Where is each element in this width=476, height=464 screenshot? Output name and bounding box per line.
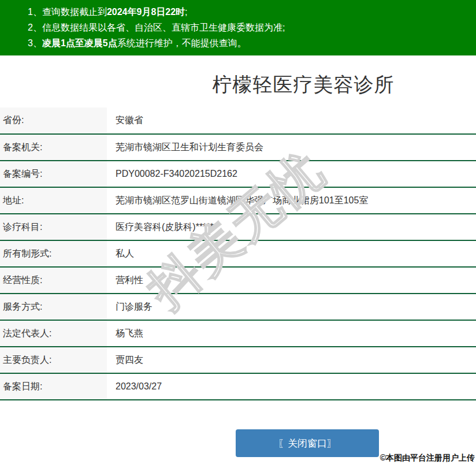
field-value: 营利性 [107, 267, 476, 294]
notice-text: ; [185, 7, 187, 17]
table-row: 诊疗科目: 医疗美容科(皮肤科)****** [0, 214, 476, 240]
field-label: 所有制形式: [0, 240, 107, 267]
field-value: 门诊服务 [107, 294, 476, 320]
table-row: 地址: 芜湖市镜湖区范罗山街道镜湖区华强广场商业裙房101至105室 [0, 187, 476, 214]
field-label: 经营性质: [0, 267, 107, 294]
notice-text: 3、 [28, 38, 42, 48]
field-label: 地址: [0, 187, 107, 214]
close-window-button[interactable]: 〖关闭窗口〗 [236, 429, 379, 457]
field-value: 芜湖市镜湖区范罗山街道镜湖区华强广场商业裙房101至105室 [107, 187, 476, 214]
field-label: 诊疗科目: [0, 214, 107, 240]
table-row: 所有制形式: 私人 [0, 240, 476, 267]
notice-text: 系统进行维护，不能提供查询。 [117, 38, 247, 48]
notice-bold-text: 2024年9月8日22时 [107, 7, 185, 17]
notice-line: 1、查询数据截止到2024年9月8日22时; [28, 4, 470, 20]
field-value: 医疗美容科(皮肤科)****** [107, 214, 476, 240]
page-title: 柠檬轻医疗美容诊所 [65, 55, 476, 98]
table-row: 备案机关: 芜湖市镜湖区卫生和计划生育委员会 [0, 134, 476, 161]
field-label: 服务方式: [0, 294, 107, 320]
field-label: 省份: [0, 107, 107, 134]
notice-line: 2、信息数据结果以各省、自治区、直辖市卫生健康委数据为准; [28, 20, 470, 35]
notice-text: 2、信息数据结果以各省、自治区、直辖市卫生健康委数据为准; [28, 23, 285, 32]
notice-text: 1、查询数据截止到 [28, 7, 107, 17]
table-row: 经营性质: 营利性 [0, 267, 476, 294]
field-label: 备案机关: [0, 134, 107, 161]
notice-banner: 1、查询数据截止到2024年9月8日22时; 2、信息数据结果以各省、自治区、直… [0, 0, 476, 55]
field-value: 贾四友 [107, 347, 476, 373]
field-value: 杨飞燕 [107, 320, 476, 347]
notice-bold-text: 凌晨1点至凌晨5点 [42, 38, 117, 48]
field-value: PDY00082-F34020215D2162 [107, 161, 476, 187]
field-value: 芜湖市镜湖区卫生和计划生育委员会 [107, 134, 476, 161]
field-label: 主要负责人: [0, 347, 107, 373]
notice-line: 3、凌晨1点至凌晨5点系统进行维护，不能提供查询。 [28, 35, 470, 51]
field-value: 2023/03/27 [107, 373, 476, 400]
field-label: 备案编号: [0, 161, 107, 187]
table-row: 法定代表人: 杨飞燕 [0, 320, 476, 347]
table-row: 备案编号: PDY00082-F34020215D2162 [0, 161, 476, 187]
field-value: 私人 [107, 240, 476, 267]
table-row: 省份: 安徽省 [0, 107, 476, 134]
table-row: 服务方式: 门诊服务 [0, 294, 476, 320]
field-label: 备案日期: [0, 373, 107, 400]
field-value: 安徽省 [107, 107, 476, 134]
record-table: 省份: 安徽省 备案机关: 芜湖市镜湖区卫生和计划生育委员会 备案编号: PDY… [0, 107, 476, 400]
table-row: 主要负责人: 贾四友 [0, 347, 476, 373]
table-row: 备案日期: 2023/03/27 [0, 373, 476, 400]
field-label: 法定代表人: [0, 320, 107, 347]
uploader-copyright-text: ©本图由平台注册用户上传 [380, 453, 475, 463]
